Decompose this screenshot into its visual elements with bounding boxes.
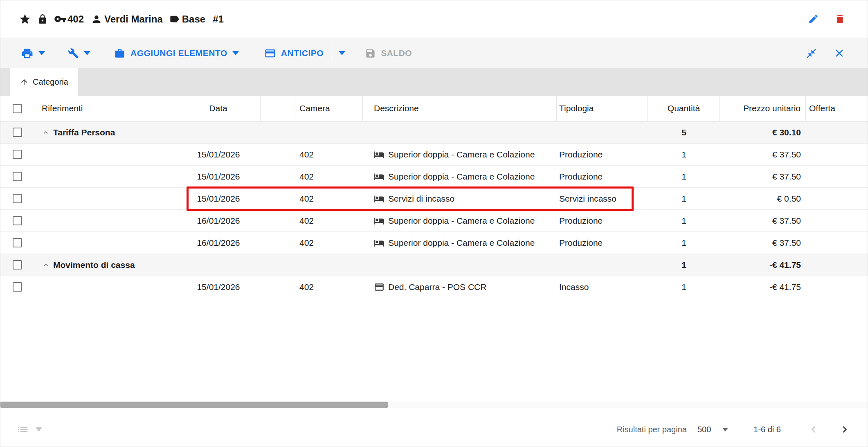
cell-riferimenti bbox=[31, 276, 176, 298]
collapse-panel-button[interactable] bbox=[806, 48, 817, 59]
table-header-row: Riferimenti Data Camera Descrizione Tipo… bbox=[0, 96, 868, 121]
row-checkbox[interactable] bbox=[13, 260, 22, 270]
cell-prezzo: € 0.50 bbox=[720, 188, 806, 209]
rate-name: Base bbox=[182, 13, 205, 25]
cell-riferimenti bbox=[31, 188, 176, 209]
select-all-cell bbox=[0, 96, 31, 121]
col-camera[interactable]: Camera bbox=[295, 96, 363, 121]
anticipo-button[interactable]: ANTICIPO bbox=[264, 47, 324, 59]
group-row-movimento-di-cassa[interactable]: Movimento di cassa 1 -€ 41.75 bbox=[0, 254, 868, 276]
cell-camera: 402 bbox=[295, 144, 363, 165]
group-prezzo: -€ 41.75 bbox=[720, 254, 806, 276]
anticipo-dropdown-button[interactable] bbox=[339, 51, 345, 55]
group-prezzo: € 30.10 bbox=[720, 121, 806, 143]
col-quantita[interactable]: Quantità bbox=[648, 96, 720, 121]
rate-group: Base bbox=[169, 13, 205, 25]
cell-offerta bbox=[806, 166, 868, 187]
key-icon bbox=[54, 13, 67, 25]
group-label: Tariffa Persona bbox=[53, 128, 115, 137]
page-range-label: 1-6 di 6 bbox=[753, 425, 781, 434]
trash-icon bbox=[834, 13, 846, 25]
cell-offerta bbox=[806, 210, 868, 231]
cell-data: 16/01/2026 bbox=[176, 232, 261, 254]
cell-offerta bbox=[806, 144, 868, 165]
table-row[interactable]: 15/01/2026 402 Superior doppia - Camera … bbox=[0, 166, 868, 188]
print-dropdown-button[interactable] bbox=[38, 51, 45, 55]
anticipo-split-button: ANTICIPO bbox=[264, 45, 345, 62]
select-all-checkbox[interactable] bbox=[13, 104, 22, 113]
list-view-button[interactable] bbox=[17, 423, 29, 436]
tools-dropdown-button[interactable] bbox=[84, 51, 90, 55]
table-row[interactable]: 16/01/2026 402 Superior doppia - Camera … bbox=[0, 232, 868, 254]
row-checkbox[interactable] bbox=[13, 128, 22, 137]
bed-icon bbox=[374, 193, 385, 204]
col-offerta[interactable]: Offerta bbox=[806, 96, 868, 121]
row-checkbox[interactable] bbox=[13, 194, 22, 203]
cell-prezzo: € 37.50 bbox=[720, 166, 806, 187]
cell-prezzo: € 37.50 bbox=[720, 144, 806, 165]
person-icon bbox=[91, 13, 102, 25]
cell-tipologia: Servizi incasso bbox=[557, 188, 648, 209]
col-descrizione[interactable]: Descrizione bbox=[363, 96, 557, 121]
group-quantita: 1 bbox=[648, 254, 720, 276]
cell-offerta bbox=[806, 232, 868, 254]
cell-quantita: 1 bbox=[648, 144, 720, 165]
star-icon[interactable] bbox=[19, 13, 31, 25]
print-button[interactable] bbox=[21, 47, 34, 60]
cell-descrizione: Superior doppia - Camera e Colazione bbox=[363, 166, 557, 187]
cell-descrizione: Superior doppia - Camera e Colazione bbox=[363, 232, 557, 254]
room-number-group: 402 bbox=[54, 13, 84, 25]
results-per-page-label: Risultati per pagina bbox=[617, 425, 687, 434]
table-footer: Risultati per pagina 500 1-6 di 6 bbox=[0, 412, 868, 447]
reservation-summary: 402 Verdi Marina Base #1 bbox=[19, 13, 224, 25]
page-size-select[interactable]: 500 bbox=[697, 425, 728, 434]
table-row-highlighted[interactable]: 15/01/2026 402 Servizi di incasso Serviz… bbox=[0, 188, 868, 210]
chevron-down-icon bbox=[84, 51, 90, 55]
next-page-button[interactable] bbox=[838, 423, 851, 436]
saldo-label: SALDO bbox=[381, 48, 412, 58]
col-prezzo-unitario[interactable]: Prezzo unitario bbox=[720, 96, 806, 121]
cell-prezzo: € 37.50 bbox=[720, 210, 806, 231]
row-checkbox[interactable] bbox=[13, 282, 22, 292]
tag-icon bbox=[169, 13, 180, 25]
cell-camera: 402 bbox=[295, 188, 363, 209]
collapse-group-icon[interactable] bbox=[42, 261, 50, 269]
cell-riferimenti bbox=[31, 144, 176, 165]
room-number: 402 bbox=[67, 13, 84, 25]
delete-button[interactable] bbox=[834, 13, 846, 25]
aggiungi-elemento-button[interactable]: AGGIUNGI ELEMENTO bbox=[114, 48, 239, 59]
row-checkbox[interactable] bbox=[13, 238, 22, 247]
table-row[interactable]: 15/01/2026 402 Superior doppia - Camera … bbox=[0, 144, 868, 166]
saldo-button[interactable]: SALDO bbox=[365, 48, 412, 59]
chevron-down-icon[interactable] bbox=[36, 427, 42, 431]
col-tipologia[interactable]: Tipologia bbox=[557, 96, 648, 121]
tools-split-button bbox=[68, 48, 90, 59]
prev-page-button[interactable] bbox=[807, 423, 820, 436]
col-riferimenti[interactable]: Riferimenti bbox=[31, 96, 176, 121]
table-row[interactable]: 15/01/2026 402 Ded. Caparra - POS CCR In… bbox=[0, 276, 868, 298]
reservation-index: #1 bbox=[213, 13, 224, 25]
payment-card-icon bbox=[264, 47, 276, 59]
bed-icon bbox=[374, 171, 385, 182]
header-actions bbox=[808, 13, 846, 25]
tab-categoria[interactable]: Categoria bbox=[10, 68, 78, 96]
group-row-tariffa-persona[interactable]: Tariffa Persona 5 € 30.10 bbox=[0, 121, 868, 144]
bed-icon bbox=[374, 238, 385, 248]
horizontal-scrollbar[interactable] bbox=[0, 402, 868, 408]
cell-riferimenti bbox=[31, 166, 176, 187]
cell-camera: 402 bbox=[295, 166, 363, 187]
table-row[interactable]: 16/01/2026 402 Superior doppia - Camera … bbox=[0, 210, 868, 232]
cell-tipologia: Incasso bbox=[557, 276, 648, 298]
row-checkbox[interactable] bbox=[13, 216, 22, 225]
tools-button[interactable] bbox=[68, 48, 79, 59]
guest-group: Verdi Marina bbox=[91, 13, 163, 25]
col-data[interactable]: Data bbox=[176, 96, 261, 121]
edit-button[interactable] bbox=[808, 13, 819, 25]
cell-data: 15/01/2026 bbox=[176, 188, 261, 209]
scrollbar-thumb[interactable] bbox=[0, 402, 388, 408]
row-checkbox[interactable] bbox=[13, 150, 22, 159]
collapse-group-icon[interactable] bbox=[42, 128, 50, 137]
close-panel-button[interactable] bbox=[833, 47, 846, 59]
payment-card-icon bbox=[374, 282, 385, 292]
row-checkbox[interactable] bbox=[13, 172, 22, 181]
